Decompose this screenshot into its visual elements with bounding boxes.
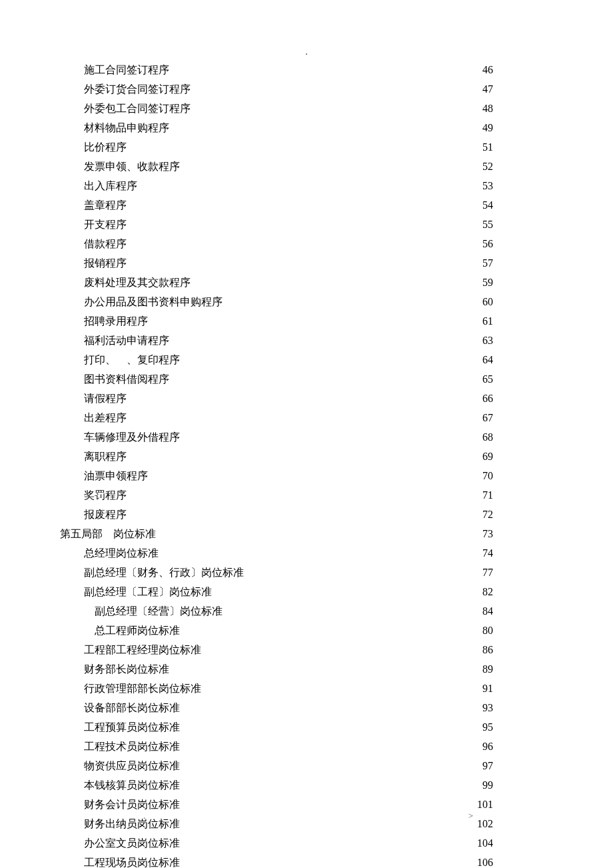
toc-entry-page: 54 — [482, 195, 553, 215]
toc-entry: 报销程序57 — [60, 253, 553, 273]
toc-entry-label: 工程技术员岗位标准 — [60, 737, 180, 756]
toc-entry-page: 91 — [482, 679, 553, 698]
toc-entry-page: 96 — [482, 737, 553, 756]
toc-entry-label: 办公用品及图书资料申购程序 — [60, 292, 223, 311]
toc-entry-page: 47 — [482, 79, 553, 99]
toc-entry-label: 总工程师岗位标准 — [60, 621, 180, 640]
footer-right-marker: > — [468, 811, 473, 821]
toc-entry: 油票申领程序70 — [60, 466, 553, 485]
toc-entry: 材料物品申购程序49 — [60, 118, 553, 137]
footer-left-marker: . — [143, 811, 145, 821]
toc-entry-label: 副总经理〔工程〕岗位标准 — [60, 582, 212, 601]
toc-entry-page: 63 — [482, 331, 553, 350]
toc-entry-page: 72 — [482, 505, 553, 524]
toc-entry: 奖罚程序71 — [60, 485, 553, 505]
toc-entry-label: 福利活动申请程序 — [60, 331, 169, 350]
toc-entry-page: 77 — [482, 563, 553, 582]
toc-entry-page: 89 — [482, 659, 553, 679]
toc-entry-page: 61 — [482, 311, 553, 331]
toc-entry-page: 71 — [482, 485, 553, 505]
toc-entry: 出入库程序53 — [60, 176, 553, 195]
toc-entry: 工程预算员岗位标准95 — [60, 717, 553, 737]
toc-entry: 外委包工合同签订程序48 — [60, 99, 553, 118]
toc-entry: 本钱核算员岗位标准99 — [60, 775, 553, 795]
toc-entry-page: 48 — [482, 99, 553, 118]
toc-entry-page: 95 — [482, 717, 553, 737]
toc-entry-label: 请假程序 — [60, 389, 127, 408]
toc-entry-page: 74 — [482, 543, 553, 563]
toc-entry: 工程现场员岗位标准106 — [60, 853, 553, 868]
toc-entry: 物资供应员岗位标准97 — [60, 756, 553, 775]
toc-entry-page: 46 — [482, 60, 553, 79]
toc-entry-label: 物资供应员岗位标准 — [60, 756, 180, 775]
toc-entry: 总经理岗位标准74 — [60, 543, 553, 563]
toc-entry: 打印、 、复印程序64 — [60, 350, 553, 369]
toc-entry-label: 财务部长岗位标准 — [60, 659, 169, 679]
toc-entry: 图书资料借阅程序65 — [60, 369, 553, 389]
toc-entry-page: 56 — [482, 234, 553, 253]
page-footer: . > — [0, 811, 613, 821]
toc-entry-label: 设备部部长岗位标准 — [60, 698, 180, 717]
toc-entry-label: 盖章程序 — [60, 195, 127, 215]
toc-entry-label: 行政管理部部长岗位标准 — [60, 679, 201, 698]
toc-entry-page: 67 — [482, 408, 553, 427]
toc-entry-label: 车辆修理及外借程序 — [60, 427, 180, 447]
toc-entry-page: 93 — [482, 698, 553, 717]
toc-entry: 副总经理〔财务、行政〕岗位标准77 — [60, 563, 553, 582]
toc-entry-label: 开支程序 — [60, 215, 127, 234]
toc-entry-page: 51 — [482, 137, 553, 157]
toc-entry-label: 第五局部 岗位标准 — [60, 524, 156, 543]
toc-entry-label: 废料处理及其交款程序 — [60, 273, 191, 292]
toc-entry-label: 打印、 、复印程序 — [60, 350, 180, 369]
toc-entry-page: 80 — [482, 621, 553, 640]
toc-entry-page: 57 — [482, 253, 553, 273]
toc-entry-page: 52 — [482, 157, 553, 176]
toc-entry: 比价程序51 — [60, 137, 553, 157]
toc-entry-page: 66 — [482, 389, 553, 408]
toc-entry: 办公室文员岗位标准104 — [60, 833, 553, 853]
toc-entry-label: 副总经理〔财务、行政〕岗位标准 — [60, 563, 244, 582]
page-top-marker: . — [305, 47, 308, 57]
toc-entry: 第五局部 岗位标准73 — [60, 524, 553, 543]
toc-entry: 总工程师岗位标准80 — [60, 621, 553, 640]
toc-entry-page: 73 — [482, 524, 553, 543]
toc-entry-label: 报废程序 — [60, 505, 127, 524]
toc-entry-page: 55 — [482, 215, 553, 234]
toc-entry-label: 材料物品申购程序 — [60, 118, 169, 137]
toc-entry-page: 82 — [482, 582, 553, 601]
toc-entry-label: 工程预算员岗位标准 — [60, 717, 180, 737]
toc-entry-page: 97 — [482, 756, 553, 775]
toc-entry-label: 图书资料借阅程序 — [60, 369, 169, 389]
toc-entry: 工程部工程经理岗位标准86 — [60, 640, 553, 659]
toc-entry-label: 出入库程序 — [60, 176, 137, 195]
toc-entry-page: 69 — [482, 447, 553, 466]
toc-entry-label: 本钱核算员岗位标准 — [60, 775, 180, 795]
toc-entry-label: 总经理岗位标准 — [60, 543, 159, 563]
toc-entry-label: 报销程序 — [60, 253, 127, 273]
toc-entry-label: 办公室文员岗位标准 — [60, 833, 180, 853]
toc-entry: 办公用品及图书资料申购程序60 — [60, 292, 553, 311]
toc-entry-label: 外委包工合同签订程序 — [60, 99, 191, 118]
toc-entry: 开支程序55 — [60, 215, 553, 234]
toc-entry-page: 49 — [482, 118, 553, 137]
toc-entry-label: 油票申领程序 — [60, 466, 148, 485]
toc-entry: 车辆修理及外借程序68 — [60, 427, 553, 447]
toc-entry-page: 70 — [482, 466, 553, 485]
toc-entry: 副总经理〔经营〕岗位标准84 — [60, 601, 553, 621]
toc-entry: 报废程序72 — [60, 505, 553, 524]
toc-entry: 请假程序66 — [60, 389, 553, 408]
toc-entry-label: 借款程序 — [60, 234, 127, 253]
toc-entry: 财务部长岗位标准89 — [60, 659, 553, 679]
toc-entry-label: 出差程序 — [60, 408, 127, 427]
table-of-contents: 施工合同签订程序46外委订货合同签订程序47外委包工合同签订程序48材料物品申购… — [60, 60, 553, 868]
toc-entry-page: 64 — [482, 350, 553, 369]
toc-entry-page: 104 — [477, 833, 553, 853]
toc-entry: 发票申领、收款程序52 — [60, 157, 553, 176]
toc-entry-page: 106 — [477, 853, 553, 868]
toc-entry-label: 外委订货合同签订程序 — [60, 79, 191, 99]
toc-entry: 招聘录用程序61 — [60, 311, 553, 331]
toc-entry: 行政管理部部长岗位标准91 — [60, 679, 553, 698]
toc-entry-page: 59 — [482, 273, 553, 292]
toc-entry: 离职程序69 — [60, 447, 553, 466]
toc-entry-label: 招聘录用程序 — [60, 311, 148, 331]
